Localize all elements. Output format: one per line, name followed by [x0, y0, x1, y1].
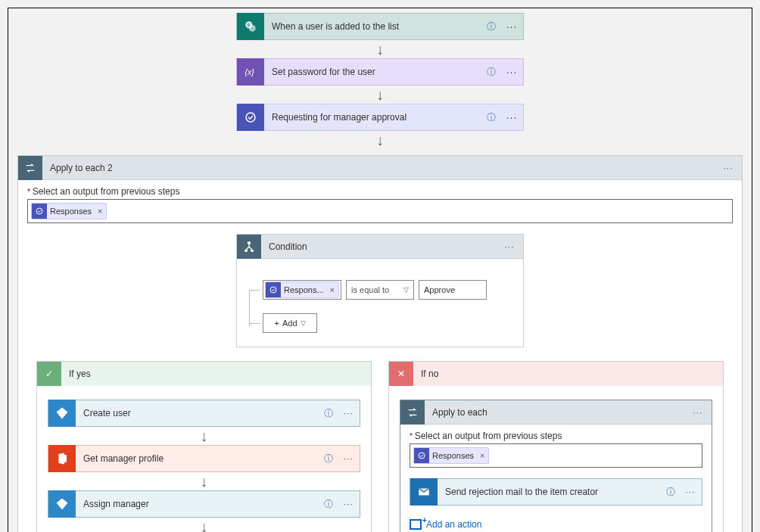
more-icon[interactable]: ··· [500, 66, 523, 78]
svg-text:{x}: {x} [245, 67, 255, 76]
step-label: When a user is added to the list [264, 21, 482, 32]
loop-icon [18, 156, 42, 180]
condition-value-input[interactable]: Approve [419, 280, 487, 300]
step-label: Set password for the user [264, 67, 482, 77]
help-icon[interactable]: ⓘ [320, 498, 337, 511]
action-get-manager-profile[interactable]: Get manager profile ⓘ ··· [48, 445, 360, 472]
branch-label: If yes [61, 369, 91, 379]
more-icon[interactable]: ··· [337, 453, 360, 464]
token-label: Responses [50, 207, 94, 216]
trigger-sharepoint-item-created[interactable]: S When a user is added to the list ⓘ ··· [236, 13, 524, 40]
approval-icon [266, 282, 281, 297]
action-create-user[interactable]: Create user ⓘ ··· [48, 400, 360, 427]
step-label: Requesting for manager approval [264, 112, 482, 123]
approval-icon [32, 204, 47, 219]
variable-icon: {x} [237, 58, 264, 86]
svg-text:S: S [248, 23, 251, 27]
help-icon[interactable]: ⓘ [482, 66, 500, 79]
svg-point-9 [270, 287, 276, 293]
arrow-down-icon: ↓ [201, 474, 208, 489]
arrow-down-icon: ↓ [376, 87, 384, 102]
check-icon: ✓ [37, 362, 61, 386]
svg-point-5 [36, 208, 42, 214]
sharepoint-icon: S [237, 13, 264, 40]
arrow-down-icon: ↓ [201, 428, 208, 443]
help-icon[interactable]: ⓘ [482, 20, 500, 33]
add-action-icon [410, 519, 422, 530]
condition-icon [237, 235, 261, 259]
close-icon: ✕ [389, 362, 413, 386]
svg-point-4 [246, 113, 255, 122]
condition-add-button[interactable]: + Add ▽ [263, 313, 317, 333]
svg-point-11 [419, 453, 425, 459]
plus-icon: + [274, 319, 279, 328]
svg-rect-6 [248, 241, 251, 244]
token-remove-icon[interactable]: × [476, 451, 488, 460]
more-icon[interactable]: ··· [500, 111, 523, 123]
condition-operator-select[interactable]: is equal to▽ [346, 280, 414, 300]
office365-icon [48, 445, 76, 472]
select-output-label: * Select an output from previous steps [27, 186, 733, 197]
select-output-label: * Select an output from previous steps [410, 431, 702, 441]
action-start-approval[interactable]: Requesting for manager approval ⓘ ··· [236, 104, 524, 131]
flow-canvas: S When a user is added to the list ⓘ ···… [8, 8, 752, 532]
if-no-branch: ✕ If no Apply to each ··· * Select an ou… [388, 361, 724, 532]
dynamic-content-token[interactable]: Responses × [31, 203, 107, 219]
action-send-rejection-mail[interactable]: Send rejection mail to the item creator … [410, 478, 702, 506]
condition-left-operand[interactable]: Respons... × [263, 280, 341, 300]
action-label: Get manager profile [76, 453, 320, 464]
outlook-icon [410, 478, 438, 506]
more-icon[interactable]: ··· [715, 163, 742, 173]
branch-header-yes[interactable]: ✓ If yes [37, 362, 371, 386]
approval-icon [414, 448, 429, 463]
loop-icon [400, 400, 425, 425]
apply-to-each-header[interactable]: Apply to each 2 ··· [18, 156, 742, 180]
token-remove-icon[interactable]: × [94, 207, 106, 216]
svg-rect-8 [251, 250, 254, 252]
help-icon[interactable]: ⓘ [482, 111, 500, 124]
svg-rect-7 [245, 250, 248, 252]
condition-row: Respons... × is equal to▽ Approve [263, 280, 511, 300]
action-label: Create user [76, 408, 320, 418]
help-icon[interactable]: ⓘ [320, 453, 337, 465]
more-icon[interactable]: ··· [500, 20, 523, 33]
more-icon[interactable]: ··· [337, 408, 360, 418]
output-from-previous-input[interactable]: Responses × [410, 443, 702, 468]
chevron-down-icon: ▽ [403, 286, 409, 294]
help-icon[interactable]: ⓘ [662, 486, 679, 499]
arrow-down-icon: ↓ [201, 519, 208, 532]
action-label: Send rejection mail to the item creator [438, 487, 662, 497]
container-title: Apply to each [425, 407, 684, 418]
action-initialize-variable[interactable]: {x} Set password for the user ⓘ ··· [236, 58, 524, 86]
token-remove-icon[interactable]: × [326, 285, 338, 294]
more-icon[interactable]: ··· [337, 499, 360, 509]
container-title: Apply to each 2 [42, 163, 715, 173]
arrow-down-icon: ↓ [376, 42, 384, 57]
more-icon[interactable]: ··· [679, 487, 702, 497]
arrow-down-icon: ↓ [376, 132, 384, 148]
azure-ad-icon [48, 490, 76, 518]
condition-card[interactable]: Condition ··· Respons... × is [236, 234, 524, 347]
help-icon[interactable]: ⓘ [320, 407, 337, 420]
approval-icon [237, 104, 264, 131]
branch-label: If no [413, 369, 438, 379]
token-label: Responses [432, 451, 476, 460]
more-icon[interactable]: ··· [496, 241, 523, 252]
branch-header-no[interactable]: ✕ If no [389, 362, 723, 386]
if-yes-branch: ✓ If yes Create user ⓘ ··· ↓ [36, 361, 372, 532]
action-assign-manager[interactable]: Assign manager ⓘ ··· [48, 490, 360, 518]
more-icon[interactable]: ··· [684, 407, 712, 418]
dynamic-content-token[interactable]: Responses × [413, 447, 489, 464]
condition-title: Condition [261, 241, 496, 252]
azure-ad-icon [48, 400, 76, 427]
apply-to-each-2-container[interactable]: Apply to each 2 ··· * Select an output f… [17, 155, 743, 532]
token-label: Respons... [284, 285, 326, 294]
add-action-button[interactable]: Add an action [410, 519, 702, 530]
apply-to-each-nested[interactable]: Apply to each ··· * Select an output fro… [400, 400, 712, 532]
output-from-previous-input[interactable]: Responses × [27, 199, 733, 223]
chevron-down-icon: ▽ [301, 319, 306, 327]
action-label: Assign manager [76, 499, 320, 509]
